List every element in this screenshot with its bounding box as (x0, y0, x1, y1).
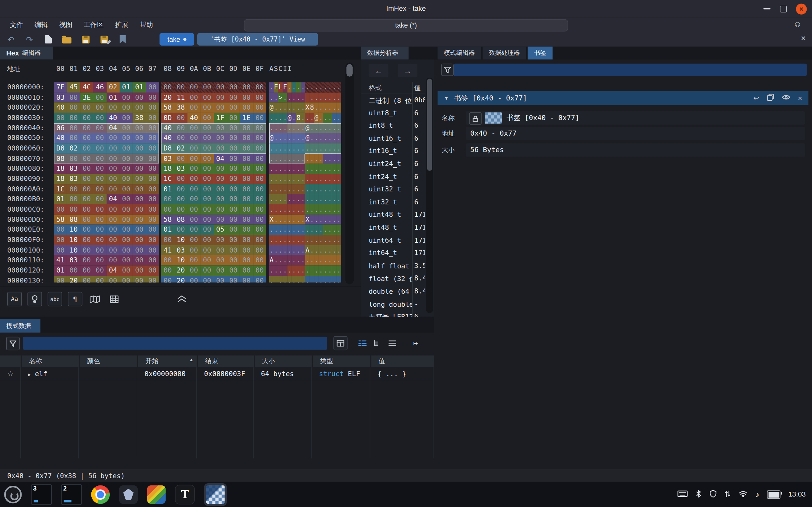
ascii-char[interactable]: . (269, 205, 274, 215)
ascii-char[interactable]: . (314, 215, 319, 225)
pattern-col-header-6[interactable]: 类型 (312, 355, 370, 368)
menu-item-3[interactable]: 工作区 (78, 20, 109, 29)
maximize-button[interactable] (780, 5, 786, 12)
ascii-char[interactable]: . (310, 93, 314, 103)
tab-bookmarks[interactable]: 书签 (528, 47, 553, 60)
ascii-char[interactable]: . (292, 225, 296, 235)
ascii-char[interactable]: . (323, 164, 328, 174)
hex-byte[interactable]: 00 (253, 123, 266, 133)
ascii-char[interactable]: . (301, 174, 305, 184)
ascii-char[interactable]: . (296, 174, 301, 184)
hex-byte[interactable]: 00 (253, 266, 266, 276)
hex-byte[interactable]: D8 (161, 143, 174, 153)
hex-byte[interactable]: 00 (174, 123, 187, 133)
ascii-char[interactable]: . (328, 194, 332, 205)
hex-byte[interactable]: 10 (67, 235, 80, 245)
hex-byte[interactable]: 00 (200, 82, 213, 93)
ascii-char[interactable]: . (310, 123, 314, 133)
ascii-char[interactable]: . (337, 133, 341, 143)
ascii-char[interactable]: . (323, 235, 328, 245)
hex-byte[interactable]: 00 (146, 215, 159, 225)
ascii-char[interactable]: . (337, 245, 341, 255)
hex-byte[interactable]: 00 (200, 184, 213, 194)
hex-byte[interactable]: 00 (174, 194, 187, 205)
ascii-char[interactable]: . (328, 93, 332, 103)
ascii-char[interactable]: . (283, 245, 287, 255)
ascii-char[interactable]: . (278, 123, 283, 133)
hex-byte[interactable]: 00 (227, 164, 240, 174)
traffic-arrows-icon[interactable] (724, 490, 731, 499)
ascii-char[interactable]: L (278, 82, 283, 93)
hex-byte[interactable]: 04 (107, 266, 119, 276)
collapse-footer-button[interactable] (174, 292, 190, 304)
hex-byte[interactable]: 00 (119, 215, 133, 225)
ascii-char[interactable]: . (269, 194, 274, 205)
hex-byte[interactable]: 00 (253, 215, 266, 225)
hex-byte[interactable]: 03 (174, 164, 187, 174)
ascii-char[interactable]: . (319, 133, 323, 143)
tab-data-processor[interactable]: 数据处理器 (483, 47, 526, 60)
hex-byte[interactable]: 00 (188, 256, 200, 266)
ascii-char[interactable]: . (310, 133, 314, 143)
hex-byte[interactable]: 00 (146, 153, 159, 164)
ascii-char[interactable]: . (269, 153, 274, 164)
ascii-char[interactable]: . (274, 153, 278, 164)
ascii-char[interactable]: . (314, 205, 319, 215)
hex-byte[interactable]: 00 (174, 205, 187, 215)
hex-byte[interactable]: 00 (188, 153, 200, 164)
visibility-eye-icon[interactable] (782, 94, 790, 102)
ascii-char[interactable]: . (269, 82, 274, 93)
keyboard-icon[interactable] (677, 490, 688, 498)
pattern-col-header-1[interactable]: 名称 (20, 355, 79, 368)
ascii-char[interactable]: . (283, 205, 287, 215)
ascii-char[interactable]: . (283, 153, 287, 164)
ascii-char[interactable]: . (319, 103, 323, 113)
hex-byte[interactable]: 00 (107, 174, 119, 184)
ascii-char[interactable]: . (305, 184, 310, 194)
hex-byte[interactable]: 40 (54, 103, 67, 113)
ascii-char[interactable]: . (278, 174, 283, 184)
ascii-char[interactable]: . (296, 93, 301, 103)
ascii-char[interactable]: . (269, 123, 274, 133)
hex-byte[interactable]: 00 (54, 245, 67, 255)
hex-byte[interactable]: 00 (227, 245, 240, 255)
ascii-char[interactable]: . (319, 225, 323, 235)
hex-byte[interactable]: 00 (80, 133, 93, 143)
hex-byte[interactable]: 00 (119, 93, 133, 103)
hex-byte[interactable]: 00 (119, 174, 133, 184)
ascii-char[interactable]: . (287, 184, 292, 194)
ascii-char[interactable]: . (278, 143, 283, 153)
ascii-char[interactable]: . (332, 164, 337, 174)
ascii-char[interactable]: . (292, 174, 296, 184)
ascii-char[interactable]: . (283, 103, 287, 113)
ascii-char[interactable]: . (269, 225, 274, 235)
pattern-col-header-3[interactable]: 开始▲ (137, 355, 197, 368)
hex-byte[interactable]: 00 (119, 164, 133, 174)
hex-byte[interactable]: 00 (253, 153, 266, 164)
hex-byte[interactable]: 00 (188, 82, 200, 93)
hex-byte[interactable]: 03 (67, 174, 80, 184)
ascii-char[interactable]: . (314, 123, 319, 133)
ascii-char[interactable]: . (337, 164, 341, 174)
ascii-char[interactable]: . (323, 245, 328, 255)
ascii-char[interactable]: . (305, 164, 310, 174)
ascii-char[interactable]: . (287, 266, 292, 276)
hex-byte[interactable]: 38 (133, 113, 146, 123)
ascii-char[interactable]: . (296, 235, 301, 245)
hex-byte[interactable]: 00 (188, 143, 200, 153)
hex-byte[interactable]: 00 (213, 276, 226, 283)
hex-byte[interactable]: 00 (119, 194, 133, 205)
ascii-char[interactable]: . (287, 245, 292, 255)
hex-byte[interactable]: 00 (227, 194, 240, 205)
ascii-char[interactable]: @ (305, 123, 310, 133)
ascii-char[interactable]: . (278, 215, 283, 225)
ascii-char[interactable]: . (332, 194, 337, 205)
hex-byte[interactable]: 00 (174, 133, 187, 143)
ascii-char[interactable]: . (319, 143, 323, 153)
table-view-button[interactable] (334, 336, 347, 350)
ascii-char[interactable]: . (269, 113, 274, 123)
ascii-char[interactable]: . (292, 113, 296, 123)
hex-byte[interactable]: 00 (80, 184, 93, 194)
ascii-char[interactable]: . (287, 164, 292, 174)
ascii-char[interactable]: . (274, 103, 278, 113)
